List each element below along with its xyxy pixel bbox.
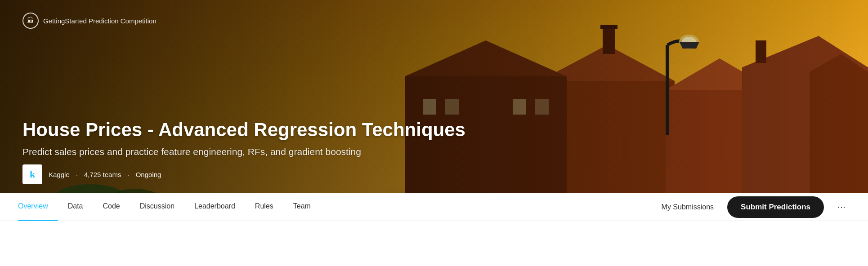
nav-right-actions: My Submissions Submit Predictions ··· [657,196,850,218]
kaggle-letter: k [30,168,35,180]
tab-data[interactable]: Data [58,193,93,221]
competition-badge: 🏛 GettingStarted Prediction Competition [22,13,157,29]
meta-separator-2: · [127,171,129,178]
tab-code[interactable]: Code [93,193,130,221]
kaggle-logo: k [22,164,42,184]
competition-banner: 🏛 GettingStarted Prediction Competition … [0,0,868,193]
institution-icon: 🏛 [27,17,34,25]
competition-type-icon: 🏛 [22,13,39,29]
nav-tabs: Overview Data Code Discussion Leaderboar… [18,193,657,221]
tab-discussion[interactable]: Discussion [130,193,184,221]
competition-meta: k Kaggle · 4,725 teams · Ongoing [22,164,161,184]
more-options-button[interactable]: ··· [833,199,850,216]
meta-separator-1: · [76,171,78,178]
tab-team[interactable]: Team [283,193,321,221]
competition-status: Ongoing [136,171,161,178]
navigation-bar: Overview Data Code Discussion Leaderboar… [0,193,868,221]
competition-subtitle: Predict sales prices and practice featur… [22,146,823,157]
organizer-name: Kaggle [49,171,70,178]
my-submissions-link[interactable]: My Submissions [657,203,718,211]
tab-rules[interactable]: Rules [245,193,283,221]
competition-type-label: GettingStarted Prediction Competition [43,17,157,25]
more-options-icon: ··· [837,201,846,213]
tab-leaderboard[interactable]: Leaderboard [184,193,245,221]
competition-page: 🏛 GettingStarted Prediction Competition … [0,0,868,221]
submit-predictions-button[interactable]: Submit Predictions [727,196,824,218]
teams-count: 4,725 teams [84,171,121,178]
tab-overview[interactable]: Overview [18,193,58,221]
header-content: House Prices - Advanced Regression Techn… [22,119,823,157]
competition-title: House Prices - Advanced Regression Techn… [22,119,823,141]
